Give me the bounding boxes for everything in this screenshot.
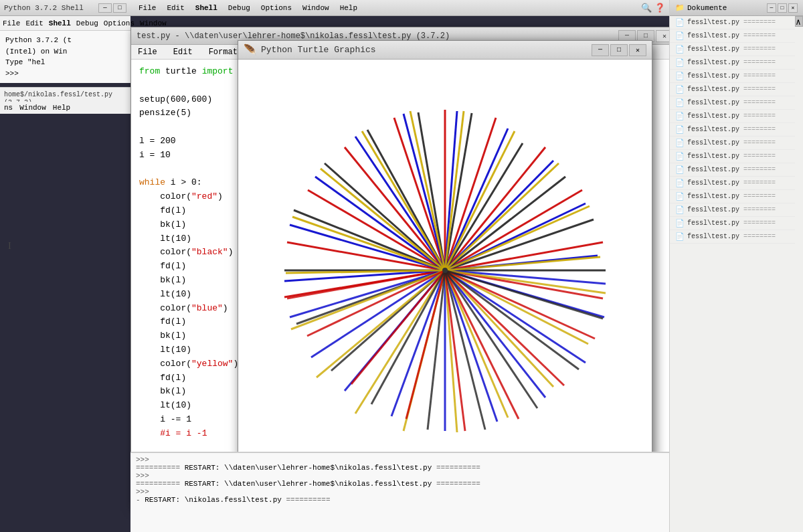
idle-title-text: Python 3.7.2 Shell bbox=[4, 4, 84, 12]
idle-nav-help[interactable]: Help bbox=[53, 104, 70, 112]
idle-shell-content: Python 3.7.2 (t (Intel) on Win Type "hel… bbox=[0, 31, 130, 83]
idle-nav-ns[interactable]: ns bbox=[4, 104, 13, 112]
editor-menu-file[interactable]: File bbox=[134, 47, 161, 58]
turtle-title-bar: 🪶 Python Turtle Graphics ─ □ ✕ bbox=[238, 41, 652, 60]
file-icon: 📄 bbox=[675, 139, 685, 147]
list-item[interactable]: 📄 fessl\test.py ======== bbox=[670, 83, 795, 96]
idle-maximize-btn[interactable]: □ bbox=[113, 3, 126, 13]
file-manager-title-text: Dokumente bbox=[687, 4, 727, 12]
shell-output-line-5: >>> bbox=[136, 488, 664, 496]
taskbar-file[interactable]: File bbox=[133, 3, 161, 13]
left-sidebar: 🦊 Browser Python 3.7.2 Shell ─ □ File Ed… bbox=[0, 0, 130, 532]
file-icon: 📄 bbox=[675, 232, 685, 241]
file-icon: 📄 bbox=[675, 98, 685, 107]
list-item[interactable]: 📄 fessl\test.py ======== bbox=[670, 137, 795, 150]
list-item[interactable]: 📄 fessl\test.py ======== bbox=[670, 217, 795, 230]
svg-point-77 bbox=[442, 268, 448, 273]
file-icon: 📄 bbox=[675, 58, 685, 67]
file-icon: 📄 bbox=[675, 219, 685, 228]
taskbar-window[interactable]: Window bbox=[297, 3, 335, 13]
shell-output-line-6: - RESTART: \nikolas.fessl\test.py ======… bbox=[136, 496, 664, 504]
file-icon: 📄 bbox=[675, 112, 685, 120]
shell-output-line-3: >>> bbox=[136, 472, 664, 480]
file-icon: 📄 bbox=[675, 192, 685, 201]
list-item[interactable]: 📄 fessl\test.py ======== bbox=[670, 110, 795, 123]
help-icon[interactable]: ❓ bbox=[654, 3, 665, 13]
turtle-drawing bbox=[251, 76, 639, 464]
list-item[interactable]: 📄 fessl\test.py ======== bbox=[670, 177, 795, 190]
idle-nav-bar: ns Window Help bbox=[0, 102, 130, 114]
folder-icon: 📁 bbox=[675, 3, 685, 12]
file-icon: 📄 bbox=[675, 165, 685, 174]
list-item[interactable]: 📄 fessl\test.py ======== bbox=[670, 190, 795, 203]
file-icon: 📄 bbox=[675, 179, 685, 187]
turtle-window-controls: ─ □ ✕ bbox=[592, 44, 646, 56]
file-manager-title: 📁 Dokumente ─ □ ✕ bbox=[670, 0, 803, 16]
taskbar-options[interactable]: Options bbox=[256, 3, 297, 13]
idle-menu-bar: File Edit Shell Debug Options Window bbox=[0, 16, 130, 31]
editor-menu-format[interactable]: Format bbox=[205, 47, 242, 58]
list-item[interactable]: 📄 fessl\test.py ======== bbox=[670, 96, 795, 110]
turtle-close-btn[interactable]: ✕ bbox=[629, 44, 646, 56]
file-icon: 📄 bbox=[675, 125, 685, 134]
list-item[interactable]: 📄 fessl\test.py ======== bbox=[670, 123, 795, 137]
scroll-up-btn[interactable]: ∧ bbox=[795, 16, 803, 27]
shell-output-line-4: ========== RESTART: \\daten\user\lehrer-… bbox=[136, 480, 664, 488]
taskbar-debug[interactable]: Debug bbox=[223, 3, 256, 13]
file-icon: 📄 bbox=[675, 85, 685, 94]
idle-menu-window[interactable]: Window bbox=[140, 19, 167, 27]
list-item[interactable]: 📄 fessl\test.py ======== bbox=[670, 150, 795, 163]
editor-title-text: test.py - \\daten\user\lehrer-home$\niko… bbox=[137, 31, 618, 41]
idle-minimize-btn[interactable]: ─ bbox=[98, 3, 112, 13]
idle-menu-shell[interactable]: Shell bbox=[49, 19, 71, 27]
fm-minimize-btn[interactable]: ─ bbox=[767, 3, 776, 13]
idle-menu-file[interactable]: File bbox=[3, 19, 20, 27]
file-icon: 📄 bbox=[675, 72, 685, 80]
file-icon: 📄 bbox=[675, 31, 685, 40]
top-taskbar: File Edit Shell Debug Options Window Hel… bbox=[130, 0, 669, 16]
list-item[interactable]: 📄 fessl\test.py ======== bbox=[670, 70, 795, 83]
idle-menu-debug[interactable]: Debug bbox=[76, 19, 98, 27]
text-cursor: I bbox=[8, 241, 11, 252]
turtle-canvas bbox=[238, 60, 652, 481]
list-item[interactable]: 📄 fessl\test.py ======== bbox=[670, 16, 795, 29]
idle-title-bar: Python 3.7.2 Shell ─ □ bbox=[0, 0, 130, 16]
shell-output-line-2: ========== RESTART: \\daten\user\lehrer-… bbox=[136, 464, 664, 472]
shell-output-area: >>> ========== RESTART: \\daten\user\leh… bbox=[130, 452, 669, 532]
list-item[interactable]: 📄 fessl\test.py ======== bbox=[670, 56, 795, 70]
turtle-title-icon: 🪶 bbox=[244, 43, 257, 57]
list-item[interactable]: 📄 fessl\test.py ======== bbox=[670, 29, 795, 43]
file-icon: 📄 bbox=[675, 152, 685, 161]
turtle-title-text: Python Turtle Graphics bbox=[261, 45, 588, 55]
file-icon: 📄 bbox=[675, 45, 685, 54]
editor-menu-edit[interactable]: Edit bbox=[169, 47, 197, 58]
taskbar-help[interactable]: Help bbox=[335, 3, 363, 13]
search-icon[interactable]: 🔍 bbox=[641, 3, 652, 13]
file-icon: 📄 bbox=[675, 18, 685, 27]
shell-output-line-1: >>> bbox=[136, 456, 664, 464]
fm-close-btn[interactable]: ✕ bbox=[788, 3, 798, 13]
idle-nav-window[interactable]: Window bbox=[19, 104, 46, 112]
turtle-window: 🪶 Python Turtle Graphics ─ □ ✕ bbox=[238, 40, 652, 482]
file-manager: 📁 Dokumente ─ □ ✕ ∧ 📄 fessl\test.py ====… bbox=[669, 0, 803, 532]
idle-menu-options[interactable]: Options bbox=[104, 19, 135, 27]
list-item[interactable]: 📄 fessl\test.py ======== bbox=[670, 163, 795, 177]
turtle-minimize-btn[interactable]: ─ bbox=[592, 44, 609, 56]
fm-maximize-btn[interactable]: □ bbox=[778, 3, 787, 13]
file-icon: 📄 bbox=[675, 205, 685, 214]
idle-menu-edit[interactable]: Edit bbox=[25, 19, 43, 27]
list-item[interactable]: 📄 fessl\test.py ======== bbox=[670, 203, 795, 217]
taskbar-shell[interactable]: Shell bbox=[190, 3, 223, 13]
list-item[interactable]: 📄 fessl\test.py ======== bbox=[670, 43, 795, 56]
taskbar-menu-items: File Edit Shell Debug Options Window Hel… bbox=[130, 3, 363, 13]
list-item[interactable]: 📄 fessl\test.py ======== bbox=[670, 230, 795, 244]
turtle-maximize-btn[interactable]: □ bbox=[610, 44, 628, 56]
file-list: 📄 fessl\test.py ======== 📄 fessl\test.py… bbox=[670, 16, 795, 532]
taskbar-edit[interactable]: Edit bbox=[161, 3, 189, 13]
